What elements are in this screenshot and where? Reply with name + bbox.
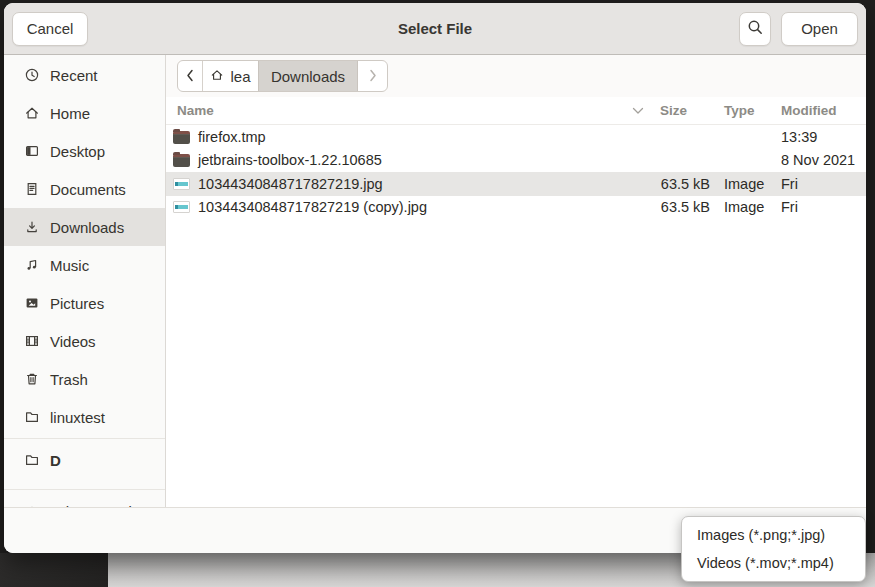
cancel-button[interactable]: Cancel xyxy=(12,12,88,46)
headerbar-right-group: Open xyxy=(739,12,858,46)
sidebar-item-label: Recent xyxy=(50,67,98,84)
headerbar: Cancel Select File Open xyxy=(4,3,866,55)
column-header-name[interactable]: Name xyxy=(166,103,650,118)
file-name: firefox.tmp xyxy=(198,129,266,145)
file-row-firefox-tmp[interactable]: firefox.tmp 13:39 xyxy=(166,125,866,149)
file-modified: Fri xyxy=(777,199,866,215)
magnifier-icon xyxy=(747,19,764,39)
background-window-dark-area xyxy=(0,553,108,587)
breadcrumb: lea Downloads xyxy=(177,60,388,92)
places-sidebar: Recent Home Desktop Documents xyxy=(4,55,166,507)
file-row-jetbrains-toolbox[interactable]: jetbrains-toolbox-1.22.10685 8 Nov 2021 xyxy=(166,149,866,173)
trash-icon xyxy=(23,371,40,388)
home-icon xyxy=(210,68,224,85)
file-row-jpg-selected[interactable]: 10344340848717827219.jpg 63.5 kB Image F… xyxy=(166,172,866,196)
file-list-pane: lea Downloads Name Si xyxy=(166,55,866,507)
column-header-size[interactable]: Size xyxy=(650,103,718,118)
file-chooser-dialog: Cancel Select File Open Recent xyxy=(4,3,866,553)
sidebar-item-label: Home xyxy=(50,105,90,122)
sidebar-divider xyxy=(4,489,165,490)
filter-option-images[interactable]: Images (*.png;*.jpg) xyxy=(682,521,865,549)
column-headers: Name Size Type Modified xyxy=(166,97,866,125)
sidebar-item-downloads[interactable]: Downloads xyxy=(4,208,165,246)
folder-icon xyxy=(173,154,190,167)
file-row-jpg-copy[interactable]: 10344340848717827219 (copy).jpg 63.5 kB … xyxy=(166,196,866,220)
folder-icon xyxy=(23,409,40,426)
dialog-title: Select File xyxy=(4,20,866,37)
sidebar-item-drive-d[interactable]: D xyxy=(4,441,165,479)
sidebar-item-label: Downloads xyxy=(50,219,124,236)
sidebar-item-recent[interactable]: Recent xyxy=(4,56,165,94)
file-rows: firefox.tmp 13:39 jetbrains-toolbox-1.22… xyxy=(166,125,866,507)
chevron-left-icon xyxy=(186,68,194,85)
file-modified: Fri xyxy=(777,176,866,192)
open-button[interactable]: Open xyxy=(781,12,858,46)
sidebar-item-label: D xyxy=(50,452,61,469)
breadcrumb-home[interactable]: lea xyxy=(203,61,258,91)
document-icon xyxy=(23,181,40,198)
file-size: 63.5 kB xyxy=(650,176,718,192)
image-file-icon xyxy=(173,178,190,190)
file-modified: 8 Nov 2021 xyxy=(777,152,866,168)
file-filter-popup: Images (*.png;*.jpg) Videos (*.mov;*.mp4… xyxy=(681,516,866,582)
sidebar-item-videos[interactable]: Videos xyxy=(4,322,165,360)
home-icon xyxy=(23,105,40,122)
folder-icon xyxy=(23,452,40,469)
back-button[interactable] xyxy=(178,61,203,91)
picture-icon xyxy=(23,295,40,312)
sidebar-item-label: linuxtest xyxy=(50,409,105,426)
sidebar-item-linuxtest[interactable]: linuxtest xyxy=(4,398,165,436)
chevron-right-icon xyxy=(369,68,377,85)
chevron-down-icon xyxy=(632,103,644,118)
sidebar-item-other-locations[interactable]: Other Locations xyxy=(4,492,165,507)
file-size: 63.5 kB xyxy=(650,199,718,215)
film-icon xyxy=(23,333,40,350)
column-header-type[interactable]: Type xyxy=(718,103,777,118)
image-file-icon xyxy=(173,201,190,213)
sidebar-item-label: Documents xyxy=(50,181,126,198)
dialog-body: Recent Home Desktop Documents xyxy=(4,55,866,507)
file-type: Image xyxy=(718,199,777,215)
sidebar-item-documents[interactable]: Documents xyxy=(4,170,165,208)
sidebar-item-pictures[interactable]: Pictures xyxy=(4,284,165,322)
sidebar-divider xyxy=(4,438,165,439)
file-name: jetbrains-toolbox-1.22.10685 xyxy=(198,152,382,168)
sidebar-item-music[interactable]: Music xyxy=(4,246,165,284)
folder-icon xyxy=(173,131,190,144)
sidebar-item-label: Videos xyxy=(50,333,96,350)
desktop-icon xyxy=(23,143,40,160)
sidebar-item-desktop[interactable]: Desktop xyxy=(4,132,165,170)
path-bar: lea Downloads xyxy=(166,55,866,97)
filter-option-videos[interactable]: Videos (*.mov;*.mp4) xyxy=(682,549,865,577)
sidebar-item-home[interactable]: Home xyxy=(4,94,165,132)
file-modified: 13:39 xyxy=(777,129,866,145)
sidebar-item-label: Pictures xyxy=(50,295,104,312)
sidebar-item-label: Desktop xyxy=(50,143,105,160)
breadcrumb-home-label: lea xyxy=(230,68,250,85)
sidebar-item-trash[interactable]: Trash xyxy=(4,360,165,398)
column-header-name-label: Name xyxy=(177,103,214,118)
file-name: 10344340848717827219 (copy).jpg xyxy=(198,199,427,215)
music-note-icon xyxy=(23,257,40,274)
sidebar-item-label: Trash xyxy=(50,371,88,388)
sidebar-item-label: Music xyxy=(50,257,89,274)
breadcrumb-downloads[interactable]: Downloads xyxy=(258,61,358,91)
file-type: Image xyxy=(718,176,777,192)
clock-icon xyxy=(23,67,40,84)
forward-button[interactable] xyxy=(358,61,387,91)
column-header-modified[interactable]: Modified xyxy=(777,103,866,118)
download-icon xyxy=(23,219,40,236)
search-button[interactable] xyxy=(739,12,771,46)
file-name: 10344340848717827219.jpg xyxy=(198,176,383,192)
